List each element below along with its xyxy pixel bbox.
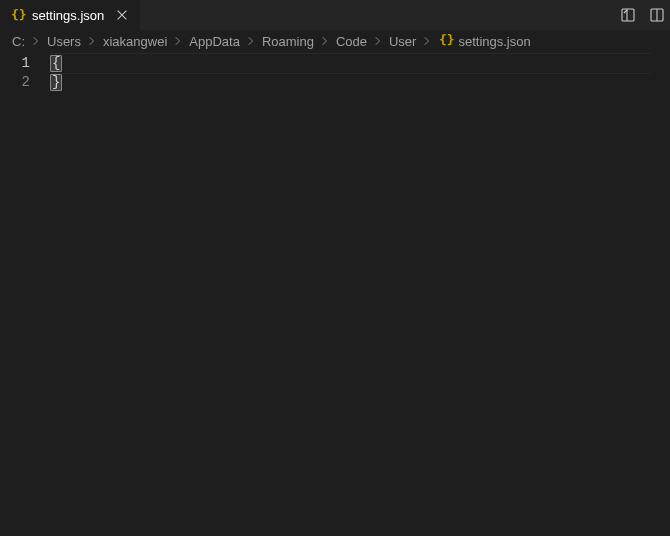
close-icon[interactable] xyxy=(114,7,130,23)
crumb-settings-json[interactable]: {} settings.json xyxy=(438,32,530,51)
chevron-right-icon xyxy=(29,35,43,47)
crumb-xiakangwei[interactable]: xiakangwei xyxy=(103,34,167,49)
crumb-appdata[interactable]: AppData xyxy=(189,34,240,49)
json-icon: {} xyxy=(438,32,454,51)
svg-text:{}: {} xyxy=(439,32,454,47)
chevron-right-icon xyxy=(171,35,185,47)
brace-close: } xyxy=(50,74,62,91)
crumb-c[interactable]: C: xyxy=(12,34,25,49)
crumb-label: xiakangwei xyxy=(103,34,167,49)
chevron-right-icon xyxy=(371,35,385,47)
crumb-label: Code xyxy=(336,34,367,49)
breadcrumb: C: Users xiakangwei AppData Roaming Code… xyxy=(0,30,670,52)
code-content[interactable]: { } xyxy=(50,52,670,536)
code-line[interactable]: } xyxy=(50,73,670,92)
tab-settings-json[interactable]: {} settings.json xyxy=(0,0,141,30)
svg-rect-1 xyxy=(622,9,634,21)
code-line[interactable]: { xyxy=(50,54,670,73)
tab-bar: {} settings.json xyxy=(0,0,670,30)
chevron-right-icon xyxy=(85,35,99,47)
crumb-label: settings.json xyxy=(458,34,530,49)
crumb-users[interactable]: Users xyxy=(47,34,81,49)
editor-area[interactable]: 1 2 { } xyxy=(0,52,670,536)
svg-text:{}: {} xyxy=(11,7,26,22)
crumb-code[interactable]: Code xyxy=(336,34,367,49)
line-number: 1 xyxy=(0,54,30,73)
open-preview-icon[interactable] xyxy=(618,4,638,26)
tab-label: settings.json xyxy=(32,8,104,23)
gutter: 1 2 xyxy=(0,52,50,536)
chevron-right-icon xyxy=(244,35,258,47)
split-editor-icon[interactable] xyxy=(646,4,666,26)
editor-actions xyxy=(618,0,670,30)
line-number: 2 xyxy=(0,73,30,92)
crumb-label: AppData xyxy=(189,34,240,49)
chevron-right-icon xyxy=(420,35,434,47)
crumb-label: Roaming xyxy=(262,34,314,49)
tabs-group: {} settings.json xyxy=(0,0,141,30)
crumb-roaming[interactable]: Roaming xyxy=(262,34,314,49)
crumb-label: Users xyxy=(47,34,81,49)
crumb-label: User xyxy=(389,34,416,49)
chevron-right-icon xyxy=(318,35,332,47)
crumb-label: C: xyxy=(12,34,25,49)
crumb-user[interactable]: User xyxy=(389,34,416,49)
json-icon: {} xyxy=(10,7,26,23)
brace-open: { xyxy=(50,55,62,72)
